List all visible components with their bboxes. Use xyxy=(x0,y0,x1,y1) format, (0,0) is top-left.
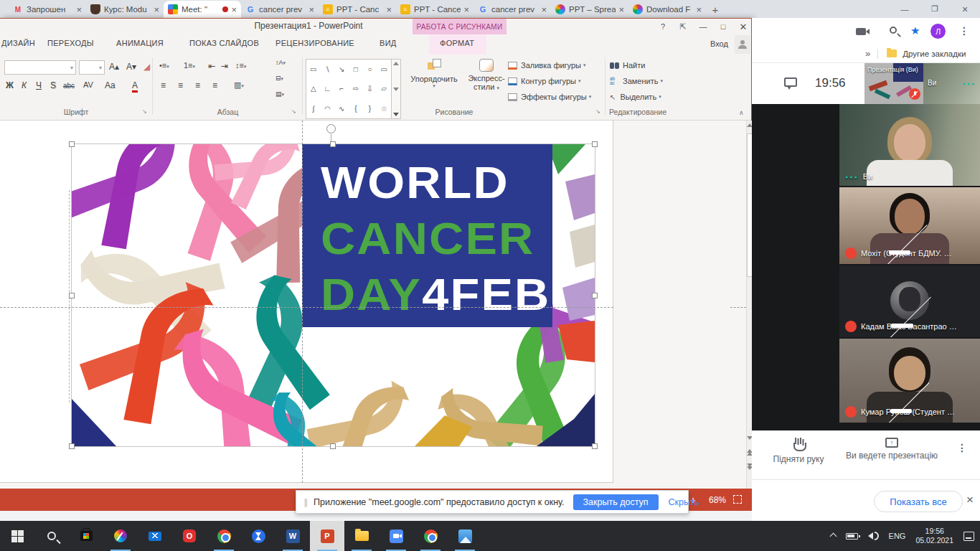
drag-handle-icon[interactable]: ∥ xyxy=(303,497,308,507)
close-icon[interactable]: × xyxy=(308,4,314,15)
selection-handle[interactable] xyxy=(592,293,598,298)
scroll-up-icon[interactable] xyxy=(393,62,399,65)
selection-handle[interactable] xyxy=(592,443,598,449)
camera-icon[interactable] xyxy=(856,28,866,35)
decrease-indent-icon[interactable]: ⇤ xyxy=(208,61,215,71)
underline-button[interactable]: Ч xyxy=(36,80,42,90)
tray-expand-icon[interactable] xyxy=(829,532,837,540)
taskbar-store[interactable] xyxy=(69,521,103,551)
other-bookmarks-button[interactable]: Другие закладки xyxy=(903,50,966,58)
shape-outline-button[interactable]: Контур фигуры ▾ xyxy=(508,77,581,85)
bold-button[interactable]: Ж xyxy=(6,80,14,90)
show-all-button[interactable]: Показать все xyxy=(874,491,963,512)
close-icon[interactable]: × xyxy=(386,4,392,15)
triangle-shape-icon[interactable]: △ xyxy=(311,85,316,93)
close-icon[interactable]: × xyxy=(463,4,469,15)
text-shadow-button[interactable]: S xyxy=(50,80,56,90)
selection-handle[interactable] xyxy=(330,443,336,449)
sign-in-link[interactable]: Вход xyxy=(710,39,728,48)
taskbar-chrome[interactable] xyxy=(207,521,241,551)
main-video-tile[interactable]: ●●●Ви xyxy=(839,104,980,186)
close-icon[interactable]: × xyxy=(541,4,547,15)
tab-format[interactable]: ФОРМАТ xyxy=(440,39,474,47)
vertical-scrollbar[interactable] xyxy=(746,121,752,489)
taskbar-hourglass-app[interactable] xyxy=(241,521,275,551)
selection-handle[interactable] xyxy=(592,141,598,147)
taskbar-opera[interactable]: O xyxy=(172,521,207,551)
slide-editing-area[interactable]: WORLD CANCER DAY4FEB xyxy=(0,121,752,489)
taskbar-explorer[interactable] xyxy=(344,521,379,551)
font-size-combo[interactable]: ▾ xyxy=(79,60,105,75)
participant-tile[interactable]: Кадам Вікас Васантрао … xyxy=(839,265,980,337)
taskbar-powerpoint-active[interactable]: P xyxy=(310,521,344,551)
slide-picture[interactable]: WORLD CANCER DAY4FEB xyxy=(72,144,595,446)
new-tab-button[interactable]: + xyxy=(706,1,725,18)
italic-button[interactable]: К xyxy=(22,80,27,90)
replace-button[interactable]: abac Заменить ▾ xyxy=(610,77,663,85)
quick-styles-button[interactable]: Экспресс- стили ▾ xyxy=(465,59,508,91)
align-center-icon[interactable]: ≡ xyxy=(178,80,183,90)
find-button[interactable]: Найти xyxy=(610,61,645,70)
close-icon[interactable]: × xyxy=(154,4,159,15)
raise-hand-button[interactable]: Підняти руку xyxy=(766,438,831,464)
minimize-icon[interactable]: — xyxy=(890,5,920,14)
rectangle-shape-icon[interactable]: □ xyxy=(354,65,358,73)
scroll-up-icon[interactable] xyxy=(747,123,752,127)
taskbar-photos[interactable] xyxy=(448,521,482,551)
close-icon[interactable]: × xyxy=(950,4,980,15)
close-icon[interactable]: × xyxy=(76,4,82,15)
help-icon[interactable]: ? xyxy=(653,22,673,31)
arrow-shape-icon[interactable]: ↘ xyxy=(339,65,344,73)
callout-shape-icon[interactable]: ▱ xyxy=(381,85,387,93)
close-icon[interactable]: ✕ xyxy=(733,22,753,32)
tab-design[interactable]: ДИЗАЙН xyxy=(1,39,35,47)
tab-slideshow[interactable]: ПОКАЗ СЛАЙДОВ xyxy=(189,39,259,47)
align-text-icon[interactable]: ⊟▾ xyxy=(275,75,283,82)
character-spacing-button[interactable]: AV xyxy=(83,80,93,89)
presenting-button[interactable]: ↑ Ви ведете презентацію xyxy=(838,438,946,461)
selection-handle[interactable] xyxy=(330,141,336,147)
language-indicator[interactable]: ENG xyxy=(889,532,906,540)
participant-tile[interactable]: Мохіт (Студент БДМУ. … xyxy=(839,187,980,264)
numbering-icon[interactable]: 1≡▾ xyxy=(184,61,195,70)
clear-formatting-icon[interactable]: ◢ xyxy=(143,62,150,72)
rotation-handle[interactable] xyxy=(326,124,336,133)
bookmarks-overflow-icon[interactable]: » xyxy=(865,48,870,59)
shape-fill-button[interactable]: Заливка фигуры ▾ xyxy=(508,61,586,70)
font-dialog-launcher-icon[interactable]: ↘ xyxy=(142,108,147,115)
scrollbar-thumb[interactable] xyxy=(747,133,752,277)
tray-clock[interactable]: 19:5605.02.2021 xyxy=(915,527,953,545)
rounded-rect-shape-icon[interactable]: ▭ xyxy=(380,65,387,73)
scroll-down-icon[interactable] xyxy=(747,436,752,440)
battery-icon[interactable] xyxy=(846,533,858,540)
elbow-arrow-shape-icon[interactable]: ⌐ xyxy=(339,85,344,93)
bullets-icon[interactable]: •≡▾ xyxy=(159,61,169,70)
justify-icon[interactable]: ≡ xyxy=(212,80,217,90)
increase-font-icon[interactable]: А▴ xyxy=(109,62,119,72)
text-direction-icon[interactable]: ↕А▾ xyxy=(275,59,286,66)
select-button[interactable]: ↖ Выделить ▾ xyxy=(610,93,661,101)
ellipse-shape-icon[interactable]: ○ xyxy=(367,65,372,73)
start-button[interactable] xyxy=(0,521,34,551)
browser-tab-ppt1[interactable]: ≡ PPT - Canc × xyxy=(319,1,396,18)
more-options-icon[interactable]: ⋮ xyxy=(957,442,967,453)
profile-avatar[interactable]: Л xyxy=(930,24,946,39)
maximize-icon[interactable]: □ xyxy=(713,22,733,31)
browser-tab-download[interactable]: Download F × xyxy=(628,1,706,18)
collapse-ribbon-icon[interactable]: ∧ xyxy=(739,109,744,116)
strikethrough-button[interactable]: abc xyxy=(63,82,75,90)
chat-icon[interactable] xyxy=(784,77,797,87)
font-color-button[interactable]: А xyxy=(132,80,138,93)
arrange-button[interactable]: Упорядочить ▾ xyxy=(405,59,463,89)
browser-tab-ppt2[interactable]: ≡ PPT - Cance × xyxy=(396,1,473,18)
browser-tab-spread[interactable]: PPT – Sprea × xyxy=(551,1,628,18)
selection-handle[interactable] xyxy=(69,141,75,147)
browser-tab-gmail[interactable]: M Запрошен × xyxy=(9,1,86,18)
account-avatar[interactable] xyxy=(735,35,750,54)
taskbar-mail[interactable] xyxy=(138,521,172,551)
close-icon[interactable]: × xyxy=(966,493,974,507)
taskbar-meet[interactable] xyxy=(379,521,413,551)
maximize-icon[interactable]: ❐ xyxy=(920,4,950,14)
previous-slide-button[interactable] xyxy=(747,449,752,456)
increase-indent-icon[interactable]: ⇥ xyxy=(221,61,228,71)
